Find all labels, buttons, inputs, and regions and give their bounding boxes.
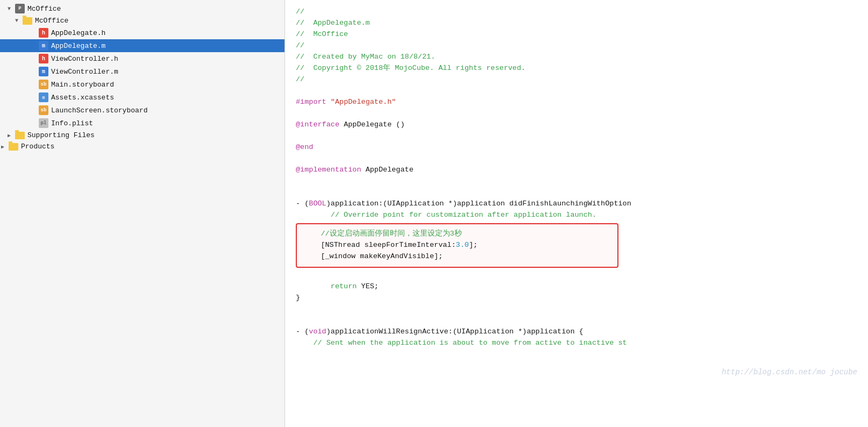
code-implementation: @implementation AppDelegate xyxy=(296,165,857,176)
file-label-appdelegate-m: AppDelegate.m xyxy=(51,42,105,50)
code-blank-3 xyxy=(296,131,857,142)
tree-item-viewcontroller-h[interactable]: h ViewController.h xyxy=(0,52,284,65)
tree-item-products[interactable]: ▶ Products xyxy=(0,141,284,152)
code-blank-4 xyxy=(296,153,857,165)
expand-arrow-mcoffice: ▼ xyxy=(15,18,23,24)
highlighted-line-2: [NSThread sleepForTimeInterval:3.0]; xyxy=(303,240,611,251)
products-label: Products xyxy=(21,143,54,151)
code-blank-2 xyxy=(296,108,857,119)
tree-item-appdelegate-m[interactable]: m AppDelegate.m xyxy=(0,39,284,52)
code-method2-sig: - (void)applicationWillResignActive:(UIA… xyxy=(296,326,857,338)
expand-arrow-products: ▶ xyxy=(1,144,9,150)
highlighted-code-block: //设定启动画面停留时间，这里设定为3秒 [NSThread sleepForT… xyxy=(296,223,618,268)
tree-item-info-plist[interactable]: pl Info.plist xyxy=(0,117,284,130)
code-method2-comment: // Sent when the application is about to… xyxy=(296,338,857,349)
root-icon: P xyxy=(15,4,25,13)
code-blank-7 xyxy=(296,270,857,281)
file-label-launchscreen-storyboard: LaunchScreen.storyboard xyxy=(51,106,147,115)
code-comment-4: // xyxy=(296,40,857,52)
code-method1-sig: - (BOOL)application:(UIApplication *)app… xyxy=(296,198,857,210)
code-comment-2: // AppDelegate.m xyxy=(296,18,857,29)
code-blank-9 xyxy=(296,315,857,326)
root-label: McOffice xyxy=(27,5,61,13)
file-label-main-storyboard: Main.storyboard xyxy=(51,81,114,89)
expand-arrow-supporting: ▶ xyxy=(8,132,15,139)
supporting-files-label: Supporting Files xyxy=(27,131,95,139)
tree-item-launchscreen-storyboard[interactable]: sb LaunchScreen.storyboard xyxy=(0,104,284,117)
file-label-viewcontroller-h: ViewController.h xyxy=(51,55,118,63)
tree-item-mcoffice-folder[interactable]: ▼ McOffice xyxy=(0,15,284,26)
folder-icon-mcoffice xyxy=(23,17,32,25)
code-close-brace: } xyxy=(296,293,857,304)
code-blank-1 xyxy=(296,86,857,97)
code-comment-5: // Created by MyMac on 18/8/21. xyxy=(296,52,857,63)
file-label-info-plist: Info.plist xyxy=(51,119,93,127)
file-label-appdelegate-h: AppDelegate.h xyxy=(51,29,105,37)
code-comment-3: // McOffice xyxy=(296,29,857,40)
highlighted-line-1: //设定启动画面停留时间，这里设定为3秒 xyxy=(303,229,611,240)
code-blank-6 xyxy=(296,187,857,198)
watermark-text: http://blog.csdn.net/mo jocube xyxy=(722,367,857,379)
highlighted-line-3: [_window makeKeyAndVisible]; xyxy=(303,251,611,262)
code-end-1: @end xyxy=(296,142,857,153)
file-icon-h-2: h xyxy=(39,54,48,63)
code-import: #import "AppDelegate.h" xyxy=(296,97,857,108)
code-return: return YES; xyxy=(296,281,857,293)
file-icon-storyboard-1: sb xyxy=(39,80,48,89)
code-comment-6: // Copyright © 2018年 MojoCube. All right… xyxy=(296,63,857,74)
file-icon-xcassets: ⊞ xyxy=(39,92,48,102)
code-blank-8 xyxy=(296,304,857,315)
tree-item-root[interactable]: ▼ P McOffice xyxy=(0,2,284,15)
code-editor[interactable]: // // AppDelegate.m // McOffice // // Cr… xyxy=(285,0,868,427)
file-icon-m-2: m xyxy=(39,67,48,76)
code-comment-1: // xyxy=(296,6,857,18)
code-interface: @interface AppDelegate () xyxy=(296,119,857,131)
mcoffice-folder-label: McOffice xyxy=(35,17,68,25)
folder-icon-products xyxy=(9,143,18,151)
file-icon-storyboard-2: sb xyxy=(39,105,48,115)
file-icon-h-1: h xyxy=(39,28,48,38)
file-label-assets: Assets.xcassets xyxy=(51,94,114,102)
file-icon-plist: pl xyxy=(39,118,48,128)
file-label-viewcontroller-m: ViewController.m xyxy=(51,68,118,76)
tree-item-main-storyboard[interactable]: sb Main.storyboard xyxy=(0,78,284,91)
code-blank-5 xyxy=(296,176,857,187)
file-icon-m-1: m xyxy=(39,41,48,51)
tree-item-appdelegate-h[interactable]: h AppDelegate.h xyxy=(0,26,284,39)
code-comment-7: // xyxy=(296,74,857,86)
folder-icon-supporting xyxy=(15,132,25,139)
file-tree: ▼ P McOffice ▼ McOffice h AppDelegate.h … xyxy=(0,0,285,427)
expand-arrow-root: ▼ xyxy=(8,6,15,12)
tree-item-assets[interactable]: ⊞ Assets.xcassets xyxy=(0,91,284,104)
tree-item-viewcontroller-m[interactable]: m ViewController.m xyxy=(0,65,284,78)
code-method1-comment: // Override point for customization afte… xyxy=(296,210,857,221)
tree-item-supporting-files[interactable]: ▶ Supporting Files xyxy=(0,130,284,141)
